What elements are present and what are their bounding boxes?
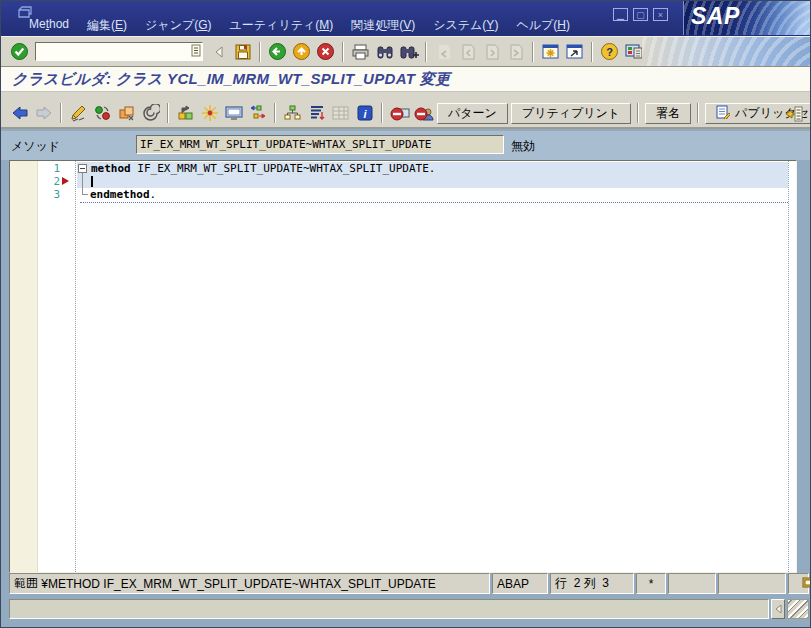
menu-item-help[interactable]: ヘルプ(H) (516, 17, 570, 34)
run-icon[interactable] (223, 103, 244, 124)
message-expand-icon (774, 604, 782, 614)
method-name-field[interactable]: IF_EX_MRM_WT_SPLIT_UPDATE~WHTAX_SPLIT_UP… (136, 135, 504, 154)
toolbar-separator (259, 42, 261, 62)
toolbar-separator (60, 103, 62, 123)
code-line-3[interactable]: endmethod. (90, 188, 156, 201)
menu-item-edit[interactable]: 編集(E) (87, 17, 127, 34)
where-used-icon[interactable] (175, 103, 196, 124)
status-language-cell: ABAP (492, 573, 548, 594)
code-editor[interactable]: 1 2 3 method IF_EX_MRM_WT_SPLIT_UPDATE~W… (9, 160, 797, 573)
minimize-button[interactable]: ▁ (613, 8, 628, 21)
titlebar: Method 編集(E) ジャンプ(G) ユーティリティ(M) 関連処理(V) … (1, 1, 811, 36)
command-dropdown-icon[interactable] (190, 43, 202, 61)
code-text: IF_EX_MRM_WT_SPLIT_UPDATE~WHTAX_SPLIT_UP… (131, 162, 436, 175)
toolbar-separator (167, 103, 169, 123)
window-controls: ▁ ▢ × (613, 8, 668, 21)
next-page-icon (481, 41, 502, 62)
method-status-text: 無効 (511, 138, 535, 155)
menu-item-system[interactable]: システム(Y) (433, 17, 498, 34)
current-line-marker-icon (62, 177, 69, 185)
command-field[interactable] (35, 42, 203, 61)
pattern-button[interactable]: パターン (437, 103, 508, 124)
message-expand-button[interactable] (771, 599, 785, 619)
fold-bracket-foot (82, 194, 88, 195)
test-icon[interactable] (199, 103, 220, 124)
menu-item-utilities[interactable]: ユーティリティ(M) (230, 17, 334, 34)
status-empty-cell (668, 573, 716, 594)
sap-logo: SAP (683, 1, 811, 35)
info-icon[interactable]: i (354, 103, 375, 124)
maximize-button[interactable]: ▢ (633, 8, 648, 21)
find-next-icon[interactable] (398, 41, 419, 62)
find-icon[interactable] (374, 41, 395, 62)
activate-icon[interactable] (140, 103, 161, 124)
sorted-list-icon[interactable] (306, 103, 327, 124)
screen-title-bar: クラスビルダ: クラス YCL_IM_MRM_WT_SPLIT_UPDAT 変更 (1, 67, 811, 92)
hide-command-field-icon[interactable] (208, 41, 229, 62)
goto-icon[interactable] (247, 103, 268, 124)
range-label: 範囲 (14, 575, 38, 592)
new-session-icon[interactable] (540, 41, 561, 62)
line-number: 3 (40, 188, 60, 201)
object-list-icon[interactable] (783, 103, 804, 124)
status-message-bar (9, 599, 769, 619)
menu-item-method[interactable]: Method (29, 17, 69, 34)
nav-back-icon[interactable] (9, 103, 30, 124)
prev-page-icon (457, 41, 478, 62)
display-change-icon[interactable] (68, 103, 89, 124)
toolbar-separator (697, 103, 699, 123)
toolbar-separator (425, 42, 427, 62)
line-highlight (77, 175, 788, 188)
first-page-icon (433, 41, 454, 62)
menu-bar: Method 編集(E) ジャンプ(G) ユーティリティ(M) 関連処理(V) … (29, 17, 570, 34)
method-bar: メソッド IF_EX_MRM_WT_SPLIT_UPDATE~WHTAX_SPL… (1, 131, 811, 160)
status-modified-cell: * (636, 573, 666, 594)
table-icon (330, 103, 351, 124)
status-insert-mode-cell[interactable] (788, 573, 809, 594)
breakpoint-gutter[interactable] (10, 161, 38, 572)
enter-icon[interactable] (9, 41, 30, 62)
block-end-separator (80, 202, 788, 203)
line-number: 2 (40, 175, 60, 188)
session-breakpoint-icon[interactable] (389, 103, 410, 124)
menu-item-goto[interactable]: ジャンプ(G) (145, 17, 211, 34)
refresh-icon[interactable] (92, 103, 113, 124)
exit-icon[interactable] (291, 41, 312, 62)
pretty-print-button[interactable]: プリティプリント (511, 103, 631, 124)
check-icon[interactable] (116, 103, 137, 124)
customize-icon[interactable] (623, 41, 644, 62)
right-margin-line (788, 161, 789, 572)
cancel-icon[interactable] (315, 41, 336, 62)
save-icon[interactable] (232, 41, 253, 62)
nav-forward-icon (33, 103, 54, 124)
hierarchy-icon[interactable] (282, 103, 303, 124)
fold-collapse-icon[interactable] (78, 164, 87, 173)
toolbar-separator (274, 103, 276, 123)
close-button[interactable]: × (653, 8, 668, 21)
signature-button[interactable]: 署名 (645, 103, 691, 124)
sap-gui-window: Method 編集(E) ジャンプ(G) ユーティリティ(M) 関連処理(V) … (0, 0, 811, 628)
toolbar-separator (591, 42, 593, 62)
help-icon[interactable]: ? (599, 41, 620, 62)
resize-grip-icon[interactable] (787, 599, 809, 619)
page-title: クラスビルダ: クラス YCL_IM_MRM_WT_SPLIT_UPDAT 変更 (12, 70, 450, 89)
sap-logo-text: SAP (691, 3, 740, 30)
code-keyword: method (91, 162, 131, 175)
shortcut-icon[interactable] (564, 41, 585, 62)
back-icon[interactable] (267, 41, 288, 62)
method-label: メソッド (11, 138, 60, 155)
status-range-cell: 範囲 ¥METHOD IF_EX_MRM_WT_SPLIT_UPDATE~WHT… (9, 573, 490, 594)
code-keyword: endmethod (90, 188, 150, 201)
code-text: . (150, 188, 157, 201)
text-cursor (91, 176, 93, 187)
status-empty-cell (718, 573, 786, 594)
code-line-1[interactable]: method IF_EX_MRM_WT_SPLIT_UPDATE~WHTAX_S… (78, 162, 435, 175)
print-icon[interactable] (350, 41, 371, 62)
command-input[interactable] (36, 45, 190, 59)
menu-item-environment[interactable]: 関連処理(V) (351, 17, 415, 34)
svg-text:?: ? (606, 46, 613, 58)
user-breakpoint-icon[interactable] (413, 103, 434, 124)
standard-toolbar: ? (1, 36, 811, 67)
toolbar-separator (637, 103, 639, 123)
public-section-icon (716, 105, 730, 122)
